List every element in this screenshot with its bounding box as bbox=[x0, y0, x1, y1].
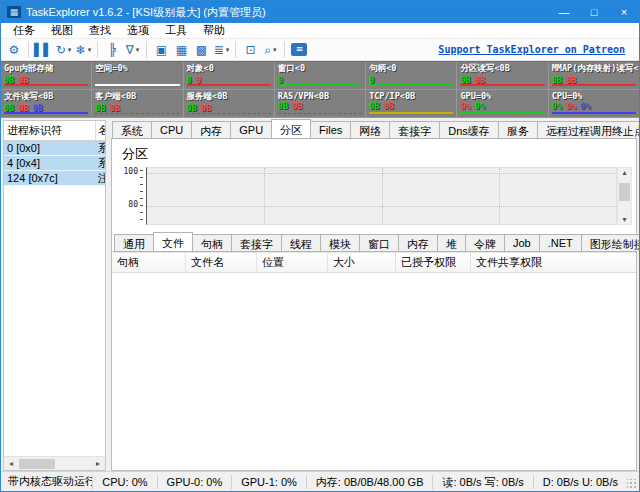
toolbar-button-freeze[interactable]: ❄▾ bbox=[73, 40, 93, 59]
dropdown-caret-icon[interactable]: ▾ bbox=[136, 46, 140, 54]
tab-bottom-1[interactable]: 文件 bbox=[153, 232, 193, 251]
file-column-header-1[interactable]: 文件名 bbox=[186, 253, 257, 272]
tab-top-2[interactable]: 内存 bbox=[191, 121, 231, 138]
file-column-header-4[interactable]: 已授予权限 bbox=[396, 253, 471, 272]
perf-tile[interactable]: TCP/IP<0B0B0B bbox=[366, 90, 457, 118]
tab-top-1[interactable]: CPU bbox=[151, 121, 192, 138]
perf-tile[interactable]: 对象<000 bbox=[184, 62, 275, 90]
tile-title: 客户端<0B bbox=[95, 91, 179, 103]
file-column-header-0[interactable]: 句柄 bbox=[112, 253, 186, 272]
bottom-tab-bar: 通用文件句柄套接字线程模块窗口内存堆令牌Job.NET图形绘制接口调试 bbox=[113, 233, 636, 252]
resize-grip-icon[interactable] bbox=[627, 479, 637, 489]
menu-tasks[interactable]: 任务 bbox=[5, 22, 43, 39]
perf-tile[interactable]: CPU=0%0%0%0% bbox=[549, 90, 639, 118]
toolbar-button-log[interactable]: ≣▾ bbox=[211, 40, 231, 59]
tab-bottom-2[interactable]: 句柄 bbox=[192, 234, 232, 251]
perf-tile[interactable]: Gpu内部存储0B0B bbox=[1, 62, 92, 90]
toolbar-separator bbox=[28, 42, 29, 58]
maximize-button[interactable]: □ bbox=[579, 1, 609, 23]
tab-top-3[interactable]: GPU bbox=[230, 121, 272, 138]
menu-bar: 任务视图查找选项工具帮助 bbox=[1, 23, 639, 39]
tab-top-5[interactable]: Files bbox=[310, 121, 351, 138]
menu-help[interactable]: 帮助 bbox=[195, 22, 233, 39]
scroll-right-icon[interactable]: ▸ bbox=[91, 459, 105, 468]
tab-top-6[interactable]: 网络 bbox=[350, 121, 390, 138]
scroll-left-icon[interactable]: ◂ bbox=[4, 459, 18, 468]
vscroll-thumb[interactable] bbox=[619, 183, 630, 201]
menu-view[interactable]: 视图 bbox=[43, 22, 81, 39]
toolbar-button-pause[interactable]: ▌▌ bbox=[33, 40, 53, 59]
toolbar-button-run-window[interactable]: ▣ bbox=[151, 40, 171, 59]
toolbar-button-remote-window[interactable]: ▦ bbox=[171, 40, 191, 59]
toolbar-button-filter[interactable]: ∇▾ bbox=[122, 40, 142, 59]
toolbar-button-panel-toggle[interactable]: ≡ bbox=[289, 40, 309, 59]
process-list-hscrollbar[interactable]: ◂ ▸ bbox=[4, 456, 105, 470]
tile-graph-line bbox=[95, 113, 179, 114]
tile-value: 0B bbox=[187, 103, 197, 113]
pause-icon: ▌▌ bbox=[34, 44, 52, 56]
tab-bottom-4[interactable]: 线程 bbox=[281, 234, 321, 251]
tab-top-9[interactable]: 服务 bbox=[498, 121, 538, 138]
process-row[interactable]: 0 [0x0]系统空闲进程 bbox=[4, 141, 105, 156]
firewall-icon: ▩ bbox=[196, 44, 207, 56]
perf-tile[interactable]: MMAP(内存映射)读写<0B0B0B bbox=[549, 62, 639, 90]
file-column-header-5[interactable]: 文件共享权限 bbox=[471, 253, 636, 272]
dropdown-caret-icon[interactable]: ▾ bbox=[68, 46, 72, 54]
close-button[interactable]: × bbox=[609, 1, 639, 23]
tab-bottom-9[interactable]: 令牌 bbox=[465, 234, 505, 251]
tab-top-10[interactable]: 远程过程调用终止点 bbox=[537, 121, 640, 138]
tab-bottom-0[interactable]: 通用 bbox=[114, 234, 154, 251]
perf-tile[interactable]: 客户端<0B0B0B bbox=[92, 90, 183, 118]
perf-tile[interactable]: RAS/VPN<0B0B0B bbox=[275, 90, 366, 118]
dropdown-caret-icon[interactable]: ▾ bbox=[88, 46, 92, 54]
tab-top-0[interactable]: 系统 bbox=[112, 121, 152, 138]
menu-tools[interactable]: 工具 bbox=[157, 22, 195, 39]
process-row[interactable]: 4 [0x4]系统 bbox=[4, 156, 105, 171]
tab-bottom-7[interactable]: 内存 bbox=[398, 234, 438, 251]
dropdown-caret-icon[interactable]: ▾ bbox=[273, 46, 277, 54]
perf-tile[interactable]: 窗口<00 bbox=[275, 62, 366, 90]
toolbar-button-process-tree[interactable]: ╠ bbox=[102, 40, 122, 59]
file-column-header-2[interactable]: 位置 bbox=[257, 253, 328, 272]
scroll-up-icon[interactable]: ▴ bbox=[618, 168, 632, 177]
minimize-button[interactable]: — bbox=[549, 1, 579, 23]
perf-tile[interactable]: 服务端<0B0B0B bbox=[184, 90, 275, 118]
toolbar-button-firewall[interactable]: ▩ bbox=[191, 40, 211, 59]
menu-find[interactable]: 查找 bbox=[81, 22, 119, 39]
column-header-name[interactable]: 名称 bbox=[96, 121, 105, 140]
process-name: 系统 bbox=[96, 156, 105, 171]
perf-tile[interactable]: 分区读写<0B0B0B bbox=[457, 62, 548, 90]
tab-top-8[interactable]: Dns缓存 bbox=[439, 121, 499, 138]
toolbar-button-search[interactable]: ⌕▾ bbox=[260, 40, 280, 59]
toolbar-button-settings[interactable]: ⚙ bbox=[4, 40, 24, 59]
tab-bottom-12[interactable]: 图形绘制接口 bbox=[581, 234, 640, 251]
tab-bottom-6[interactable]: 窗口 bbox=[359, 234, 399, 251]
graph-vscrollbar[interactable]: ▴ ▾ bbox=[617, 167, 632, 225]
toolbar-button-system-monitor[interactable]: ⊡ bbox=[240, 40, 260, 59]
scroll-down-icon[interactable]: ▾ bbox=[618, 215, 632, 224]
process-row[interactable]: 124 [0x7c]注册表 bbox=[4, 171, 105, 186]
perf-tile[interactable]: 文件读写<0B0B0B0B bbox=[1, 90, 92, 118]
menu-options[interactable]: 选项 bbox=[119, 22, 157, 39]
toolbar-button-refresh[interactable]: ↻▾ bbox=[53, 40, 73, 59]
hscroll-thumb[interactable] bbox=[19, 459, 55, 469]
perf-tile[interactable]: GPU=0%0%0% bbox=[457, 90, 548, 118]
top-tab-bar: 系统CPU内存GPU分区Files网络套接字Dns缓存服务远程过程调用终止点 bbox=[111, 120, 637, 139]
graph-plot-area bbox=[146, 167, 617, 225]
dropdown-caret-icon[interactable]: ▾ bbox=[226, 46, 230, 54]
tab-bottom-5[interactable]: 模块 bbox=[320, 234, 360, 251]
perf-tile[interactable]: 空间=0% bbox=[92, 62, 183, 90]
column-header-pid[interactable]: 进程标识符 bbox=[4, 121, 96, 140]
perf-tile[interactable]: 句柄<00 bbox=[366, 62, 457, 90]
tab-bottom-10[interactable]: Job bbox=[504, 234, 540, 251]
tab-top-4[interactable]: 分区 bbox=[271, 119, 311, 138]
patreon-link[interactable]: Support TaskExplorer on Patreon bbox=[438, 44, 625, 55]
file-column-header-3[interactable]: 大小 bbox=[328, 253, 396, 272]
tab-bottom-11[interactable]: .NET bbox=[539, 234, 582, 251]
tab-bottom-3[interactable]: 套接字 bbox=[231, 234, 282, 251]
tab-top-7[interactable]: 套接字 bbox=[389, 121, 440, 138]
tile-graph-line bbox=[187, 84, 271, 86]
system-monitor-icon: ⊡ bbox=[245, 44, 255, 56]
tab-bottom-8[interactable]: 堆 bbox=[437, 234, 466, 251]
performance-tiles: Gpu内部存储0B0B空间=0%对象<000窗口<00句柄<00分区读写<0B0… bbox=[1, 61, 639, 118]
